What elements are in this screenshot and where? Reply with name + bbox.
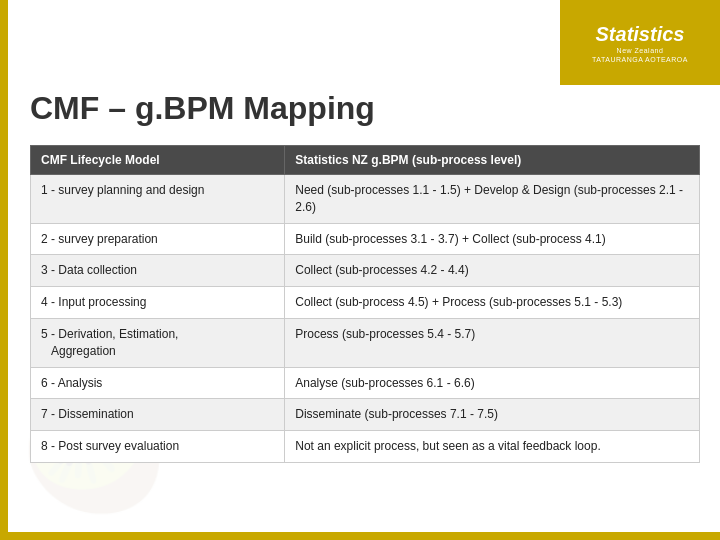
cell-gbpm: Build (sub-processes 3.1 - 3.7) + Collec… [285,223,700,255]
cell-gbpm: Need (sub-processes 1.1 - 1.5) + Develop… [285,175,700,224]
cell-lifecycle: 1 - survey planning and design [31,175,285,224]
cell-lifecycle: 2 - survey preparation [31,223,285,255]
logo-sub2: TATAURANGA AOTEAROA [592,56,688,63]
header-col2: Statistics NZ g.BPM (sub-process level) [285,146,700,175]
table-row: 6 - AnalysisAnalyse (sub-processes 6.1 -… [31,367,700,399]
header-col1: CMF Lifecycle Model [31,146,285,175]
logo-brand: Statistics [592,23,688,45]
table-row: 8 - Post survey evaluationNot an explici… [31,431,700,463]
table-row: 3 - Data collectionCollect (sub-processe… [31,255,700,287]
table-row: 1 - survey planning and designNeed (sub-… [31,175,700,224]
page-title: CMF – g.BPM Mapping [30,90,375,127]
cell-lifecycle: 8 - Post survey evaluation [31,431,285,463]
cell-lifecycle: 6 - Analysis [31,367,285,399]
table-row: 4 - Input processingCollect (sub-process… [31,287,700,319]
table-row: 7 - DisseminationDisseminate (sub-proces… [31,399,700,431]
cell-gbpm: Not an explicit process, but seen as a v… [285,431,700,463]
table-row: 5 - Derivation, Estimation, AggregationP… [31,318,700,367]
table-header-row: CMF Lifecycle Model Statistics NZ g.BPM … [31,146,700,175]
cell-gbpm: Process (sub-processes 5.4 - 5.7) [285,318,700,367]
logo-area: Statistics New Zealand TATAURANGA AOTEAR… [560,0,720,85]
cell-lifecycle: 3 - Data collection [31,255,285,287]
table-container: CMF Lifecycle Model Statistics NZ g.BPM … [30,145,700,463]
cell-gbpm: Disseminate (sub-processes 7.1 - 7.5) [285,399,700,431]
table-row: 2 - survey preparationBuild (sub-process… [31,223,700,255]
cell-lifecycle: 7 - Dissemination [31,399,285,431]
cmf-table: CMF Lifecycle Model Statistics NZ g.BPM … [30,145,700,463]
logo-sub1: New Zealand [592,47,688,54]
cell-lifecycle: 5 - Derivation, Estimation, Aggregation [31,318,285,367]
bottom-border [0,532,720,540]
cell-gbpm: Collect (sub-processes 4.2 - 4.4) [285,255,700,287]
cell-gbpm: Collect (sub-process 4.5) + Process (sub… [285,287,700,319]
cell-lifecycle: 4 - Input processing [31,287,285,319]
cell-gbpm: Analyse (sub-processes 6.1 - 6.6) [285,367,700,399]
left-border [0,0,8,540]
